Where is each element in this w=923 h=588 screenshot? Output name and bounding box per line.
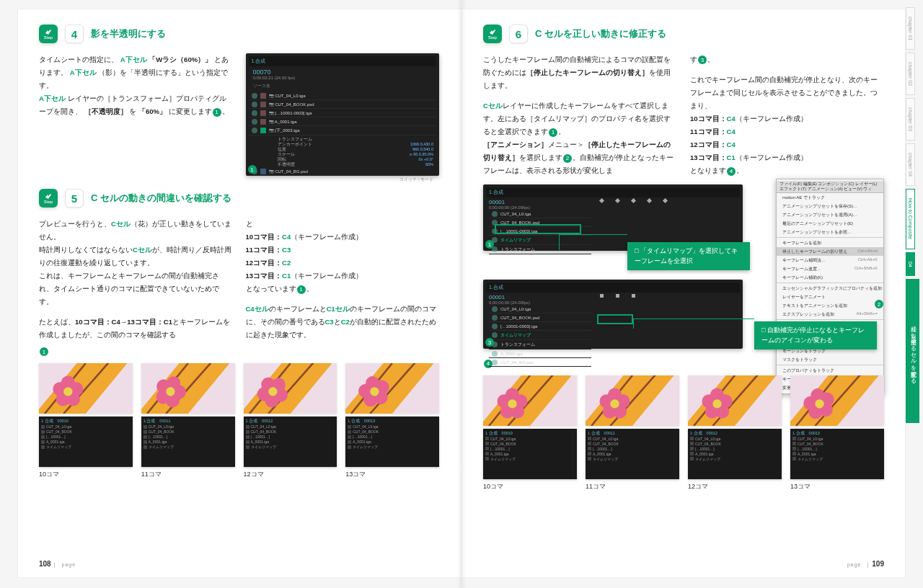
menu-item[interactable]: キーフレーム補助(K) bbox=[777, 273, 883, 282]
thumb-13コマ: 1.合成 00013CUT_04_L0.tgaCUT_04_BOOK[…1000… bbox=[345, 363, 439, 479]
thumbnail-row-left: 1.合成 00010CUT_04_L0.tgaCUT_04_BOOK[…1000… bbox=[39, 363, 439, 479]
context-menu: ファイル(F) 編集(E) コンポジション(C) レイヤー(L) エフェクト(T… bbox=[776, 179, 884, 394]
menu-item[interactable]: キーフレームを追加 bbox=[777, 239, 883, 247]
marker-1-thumbs: 1 bbox=[40, 347, 48, 356]
menu-item[interactable]: アニメーションプリセットを参照… bbox=[777, 228, 883, 236]
thumb-11コマ: 1.合成 00011CUT_04_L0.tgaCUT_04_BOOK[…1000… bbox=[586, 375, 679, 491]
tab-ch1[interactable]: chapter 01 bbox=[906, 7, 915, 50]
menu-item[interactable]: マスクをトラック bbox=[777, 355, 883, 364]
menu-item[interactable]: キーフレーム補間法…Ctrl+Alt+K bbox=[777, 256, 883, 264]
callout-1: 「タイムリマップ」を選択してキーフレームを全選択 bbox=[627, 242, 750, 270]
svg-point-34 bbox=[508, 399, 516, 408]
thumb-10コマ: 1.合成 00010CUT_04_L0.tgaCUT_04_BOOK[…1000… bbox=[483, 375, 577, 491]
book-spread: Step 4 影を半透明にする タイムシートの指定に、 A下セル 「Wラシ（60… bbox=[17, 9, 906, 578]
thumb-12コマ: 1.合成 00012CUT_04_L0.tgaCUT_04_BOOK[…1000… bbox=[244, 363, 337, 479]
chapter-tabs: chapter 01 chapter 02 chapter 03 chapter… bbox=[906, 7, 923, 576]
page-right: Step 6 C セルを正しい動きに修正する こうしたキーフレーム間の自動補完に… bbox=[462, 9, 906, 578]
svg-point-41 bbox=[610, 399, 619, 408]
thumb-10コマ: 1.合成 00010CUT_04_L0.tgaCUT_04_BOOK[…1000… bbox=[39, 363, 133, 479]
marker-1: 1 bbox=[213, 108, 221, 117]
step-badge-icon: Step bbox=[483, 24, 502, 43]
step4-content: タイムシートの指定に、 A下セル 「Wラシ（60%）」 とあります。 A下セル … bbox=[39, 53, 439, 176]
step6-content: こうしたキーフレーム間の自動補完によるコマの誤配置を防ぐためには［停止したキーフ… bbox=[483, 53, 884, 177]
menu-item[interactable]: 最近のアニメーションプリセット(E) bbox=[777, 219, 883, 228]
ae-panel-1: 1.合成 00001 0;00;00;00 (24.00fps) CUT_04_… bbox=[483, 184, 743, 251]
menu-item[interactable]: アニメーションプリセットを保存(S)… bbox=[777, 202, 883, 210]
page-number-right: page|109 bbox=[844, 560, 884, 568]
step6-screenshots: 1.合成 00001 0;00;00;00 (24.00fps) CUT_04_… bbox=[483, 184, 884, 349]
page-left: Step 4 影を半透明にする タイムシートの指定に、 A下セル 「Wラシ（60… bbox=[17, 9, 462, 578]
highlight-time-remap bbox=[495, 224, 581, 234]
step5-content: プレビューを行うと、Cセル（花）が正しい動きをしていません。 時計周りしなくては… bbox=[39, 218, 439, 342]
thumb-12コマ: 1.合成 00012CUT_04_L0.tgaCUT_04_BOOK[…1000… bbox=[688, 375, 782, 491]
step4-title: 影を半透明にする bbox=[91, 27, 166, 40]
step5-number: 5 bbox=[65, 189, 84, 208]
menu-item[interactable]: テキストをアニメーションを追加 bbox=[777, 301, 883, 310]
menu-item[interactable]: motion AE でトラック bbox=[777, 193, 883, 202]
thumbnail-row-right: 1.合成 00010CUT_04_L0.tgaCUT_04_BOOK[…1000… bbox=[483, 375, 884, 491]
tab-ch3[interactable]: chapter 03 bbox=[906, 98, 915, 141]
step6-header: Step 6 C セルを正しい動きに修正する bbox=[483, 24, 884, 43]
ae-panel-2: 1.合成 00001 0;00;00;00 (24.00fps) CUT_04_… bbox=[483, 280, 743, 349]
tab-section-num[interactable]: 04 bbox=[906, 252, 915, 277]
menu-item[interactable]: このプロパティをトラック bbox=[777, 366, 883, 375]
menu-item[interactable]: アニメーションプリセットを適用(A)… bbox=[777, 210, 883, 219]
callout-2: 自動補完が停止になるとキーフレームのアイコンが変わる bbox=[754, 321, 877, 349]
thumb-11コマ: 1.合成 00011CUT_04_L0.tgaCUT_04_BOOK[…1000… bbox=[141, 363, 235, 479]
step4-number: 4 bbox=[65, 24, 84, 43]
step-badge-icon: Step bbox=[39, 189, 58, 208]
step5-header: Step 5 C セルの動きの間違いを確認する bbox=[39, 189, 439, 208]
step5-title: C セルの動きの間違いを確認する bbox=[91, 192, 231, 205]
svg-point-6 bbox=[63, 388, 72, 396]
highlight-keyframes bbox=[597, 314, 633, 324]
step6-number: 6 bbox=[509, 24, 528, 43]
tab-ch4[interactable]: chapter 04 bbox=[906, 143, 915, 186]
tab-composite[interactable]: How to Composite bbox=[906, 189, 915, 249]
tab-ch2[interactable]: chapter 02 bbox=[906, 53, 915, 95]
ae-panel-step4: 1.合成 00070 0;00;02;21 (24.00 fps) ソース名 📷… bbox=[246, 53, 440, 176]
menu-item[interactable]: キーフレーム速度…Ctrl+Shift+K bbox=[777, 264, 883, 273]
page-number-left: 108|page bbox=[39, 560, 79, 568]
svg-point-48 bbox=[712, 399, 721, 408]
menu-item[interactable]: エッセンシャルグラフィックスにプロパティを追加 bbox=[777, 284, 883, 293]
marker-1-on-image: 1 bbox=[248, 165, 257, 174]
menu-item[interactable]: 停止したキーフレームの切り替えCtrl+Alt+H bbox=[777, 247, 883, 256]
step-badge-icon: Step bbox=[39, 24, 58, 43]
step4-header: Step 4 影を半透明にする bbox=[39, 24, 439, 43]
step6-title: C セルを正しい動きに修正する bbox=[535, 27, 666, 40]
menu-item[interactable]: レイヤーをアニメート bbox=[777, 293, 883, 301]
thumb-13コマ: 1.合成 00013CUT_04_L0.tgaCUT_04_BOOK[…1000… bbox=[790, 375, 884, 491]
tab-section-title[interactable]: 繰り返し使用するセルを配置する bbox=[906, 279, 919, 423]
menu-item[interactable]: エクスプレッションを追加Alt+Shift+= bbox=[777, 310, 883, 318]
